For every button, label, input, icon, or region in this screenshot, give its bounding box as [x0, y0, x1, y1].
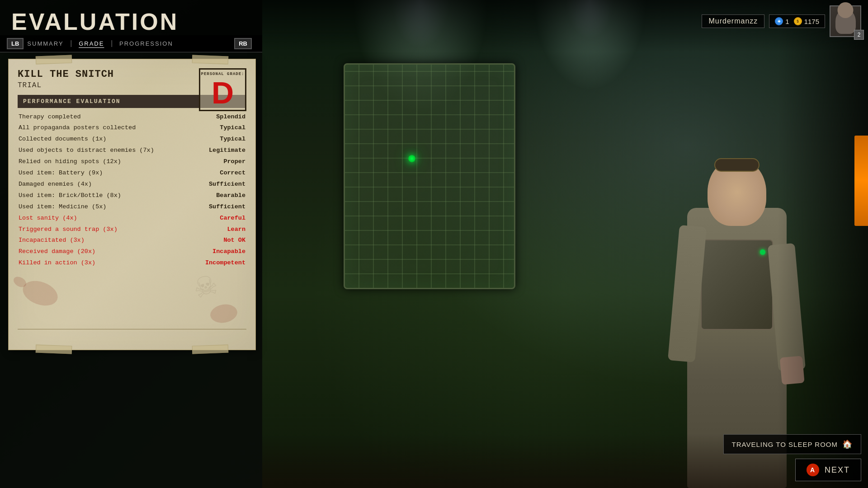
right-vignette [778, 0, 868, 488]
left-panel-bg [0, 52, 262, 488]
right-stripe [854, 136, 868, 226]
machine-cage [344, 63, 515, 289]
floor-detail [262, 434, 868, 488]
machine-light [408, 155, 415, 162]
char-vest [701, 239, 773, 330]
machine-frame [298, 36, 570, 375]
bg-machinery [262, 0, 868, 488]
char-goggles [714, 158, 760, 172]
top-gradient [262, 0, 868, 52]
